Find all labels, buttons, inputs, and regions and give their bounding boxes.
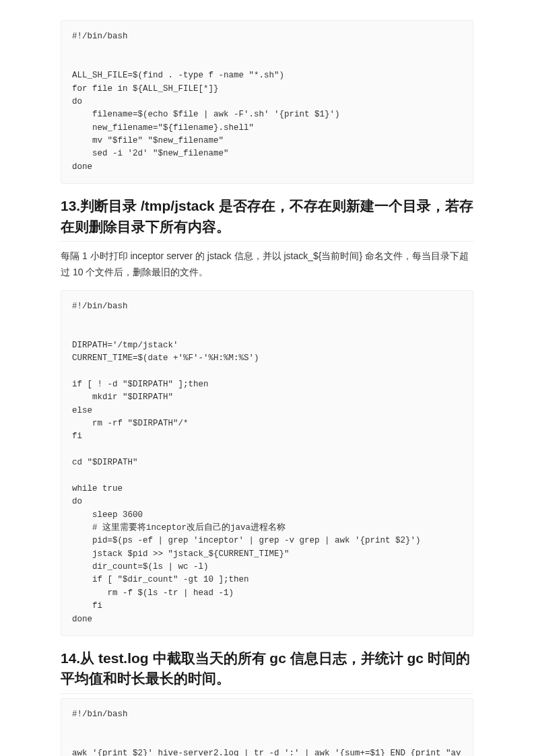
- document-page: #!/bin/bash ALL_SH_FILE=$(find . -type f…: [0, 0, 534, 756]
- code-block-12: #!/bin/bash ALL_SH_FILE=$(find . -type f…: [61, 20, 473, 184]
- code-block-13: #!/bin/bash DIRPATH='/tmp/jstack' CURREN…: [61, 290, 473, 636]
- heading-section-14: 14.从 test.log 中截取当天的所有 gc 信息日志，并统计 gc 时间…: [61, 648, 473, 694]
- description-section-13: 每隔 1 小时打印 inceptor server 的 jstack 信息，并以…: [61, 248, 473, 281]
- code-block-14: #!/bin/bash awk '{print $2}' hive-server…: [61, 698, 473, 756]
- heading-section-13: 13.判断目录 /tmp/jstack 是否存在，不存在则新建一个目录，若存在则…: [61, 196, 473, 242]
